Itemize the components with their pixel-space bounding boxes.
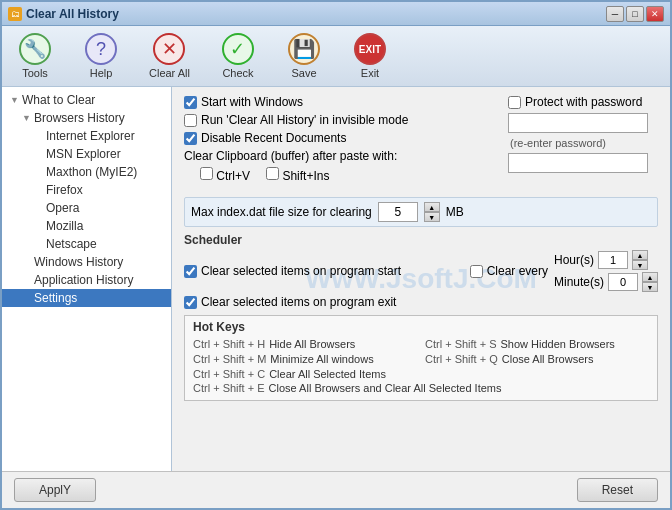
- sidebar-item-mozilla[interactable]: Mozilla: [2, 217, 171, 235]
- run-invisible-checkbox[interactable]: [184, 114, 197, 127]
- hotkey-combo-2: Ctrl + Shift + S: [425, 338, 497, 350]
- clear-every-label[interactable]: Clear every: [470, 264, 548, 278]
- minimize-button[interactable]: ─: [606, 6, 624, 22]
- protect-password-checkbox[interactable]: [508, 96, 521, 109]
- expand-icon-2: ▼: [22, 113, 32, 123]
- minutes-spinner: ▲ ▼: [642, 272, 658, 292]
- sidebar-item-internet-explorer[interactable]: Internet Explorer: [2, 127, 171, 145]
- bottom-bar: ApplY Reset: [2, 471, 670, 508]
- disable-recent-text: Disable Recent Documents: [201, 131, 346, 145]
- ctrl-v-checkbox[interactable]: [200, 167, 213, 180]
- clipboard-label-row: Clear Clipboard (buffer) after paste wit…: [184, 149, 492, 163]
- hotkeys-section: Hot Keys Ctrl + Shift + H Hide All Brows…: [184, 315, 658, 401]
- main-window: 🗂 Clear All History ─ □ ✕ 🔧 Tools ? Help…: [0, 0, 672, 510]
- minutes-input[interactable]: [608, 273, 638, 291]
- windows-history-label: Windows History: [34, 255, 123, 269]
- sidebar-item-msn-explorer[interactable]: MSN Explorer: [2, 145, 171, 163]
- check-icon: ✓: [222, 33, 254, 65]
- tools-icon: 🔧: [19, 33, 51, 65]
- hotkey-desc-2: Show Hidden Browsers: [501, 338, 615, 350]
- hours-spin-up[interactable]: ▲: [632, 250, 648, 260]
- minutes-label: Minute(s): [554, 275, 604, 289]
- top-left: Start with Windows Run 'Clear All Histor…: [184, 95, 492, 189]
- hours-spin-down[interactable]: ▼: [632, 260, 648, 270]
- sidebar-item-netscape[interactable]: Netscape: [2, 235, 171, 253]
- hour-minute-section: Hour(s) ▲ ▼ Minute(s): [554, 250, 658, 292]
- protect-password-row: Protect with password: [508, 95, 658, 109]
- run-invisible-row: Run 'Clear All History' in invisible mod…: [184, 113, 492, 127]
- sidebar-item-what-to-clear[interactable]: ▼ What to Clear: [2, 91, 171, 109]
- spin-up-btn[interactable]: ▲: [424, 202, 440, 212]
- disable-recent-label[interactable]: Disable Recent Documents: [184, 131, 346, 145]
- sidebar-item-application-history[interactable]: Application History: [2, 271, 171, 289]
- shift-ins-label[interactable]: Shift+Ins: [266, 167, 329, 183]
- reset-button[interactable]: Reset: [577, 478, 658, 502]
- sidebar-item-browsers-history[interactable]: ▼ Browsers History: [2, 109, 171, 127]
- window-icon: 🗂: [8, 7, 22, 21]
- tools-button[interactable]: 🔧 Tools: [10, 30, 60, 82]
- maximize-button[interactable]: □: [626, 6, 644, 22]
- help-button[interactable]: ? Help: [76, 30, 126, 82]
- max-index-input[interactable]: [378, 202, 418, 222]
- clipboard-options-row: Ctrl+V Shift+Ins: [184, 167, 492, 183]
- run-invisible-label[interactable]: Run 'Clear All History' in invisible mod…: [184, 113, 408, 127]
- start-windows-row: Start with Windows: [184, 95, 492, 109]
- hotkey-combo-6: Ctrl + Shift + E: [193, 382, 265, 394]
- tools-label: Tools: [22, 67, 48, 79]
- shift-ins-checkbox[interactable]: [266, 167, 279, 180]
- sidebar-item-opera[interactable]: Opera: [2, 199, 171, 217]
- max-index-label: Max index.dat file size for clearing: [191, 205, 372, 219]
- right-panel: WwW.JsoftJ.CoM Start with Windows: [172, 87, 670, 471]
- exit-button[interactable]: EXIT Exit: [345, 30, 395, 82]
- max-index-section: Max index.dat file size for clearing ▲ ▼…: [184, 197, 658, 227]
- save-button[interactable]: 💾 Save: [279, 30, 329, 82]
- settings-label: Settings: [34, 291, 77, 305]
- sidebar: ▼ What to Clear ▼ Browsers History Inter…: [2, 87, 172, 471]
- hotkey-combo-4: Ctrl + Shift + Q: [425, 353, 498, 365]
- hours-input[interactable]: [598, 251, 628, 269]
- start-windows-checkbox[interactable]: [184, 96, 197, 109]
- reenter-password-input[interactable]: [508, 153, 648, 173]
- hotkey-desc-5: Clear All Selected Items: [269, 368, 386, 380]
- max-index-spinner: ▲ ▼: [424, 202, 440, 222]
- clear-on-start-checkbox[interactable]: [184, 265, 197, 278]
- hotkey-row-4: Ctrl + Shift + Q Close All Browsers: [425, 353, 649, 365]
- start-windows-label[interactable]: Start with Windows: [184, 95, 303, 109]
- clear-on-exit-checkbox[interactable]: [184, 296, 197, 309]
- sidebar-item-settings[interactable]: Settings: [2, 289, 171, 307]
- mozilla-label: Mozilla: [46, 219, 83, 233]
- check-button[interactable]: ✓ Check: [213, 30, 263, 82]
- minutes-spin-down[interactable]: ▼: [642, 282, 658, 292]
- clipboard-section: Clear Clipboard (buffer) after paste wit…: [184, 149, 492, 183]
- run-invisible-text: Run 'Clear All History' in invisible mod…: [201, 113, 408, 127]
- disable-recent-checkbox[interactable]: [184, 132, 197, 145]
- clear-on-start-label[interactable]: Clear selected items on program start: [184, 264, 401, 278]
- title-bar: 🗂 Clear All History ─ □ ✕: [2, 2, 670, 26]
- hotkey-row-6: Ctrl + Shift + E Close All Browsers and …: [193, 382, 649, 394]
- apply-button[interactable]: ApplY: [14, 478, 96, 502]
- sidebar-item-maxthon[interactable]: Maxthon (MyIE2): [2, 163, 171, 181]
- password-input[interactable]: [508, 113, 648, 133]
- window-title: Clear All History: [26, 7, 119, 21]
- scheduler-section: Scheduler Clear selected items on progra…: [184, 233, 658, 309]
- close-button[interactable]: ✕: [646, 6, 664, 22]
- spin-down-btn[interactable]: ▼: [424, 212, 440, 222]
- clear-every-checkbox[interactable]: [470, 265, 483, 278]
- exit-icon: EXIT: [354, 33, 386, 65]
- help-icon: ?: [85, 33, 117, 65]
- minutes-spin-up[interactable]: ▲: [642, 272, 658, 282]
- expand-icon: ▼: [10, 95, 20, 105]
- sidebar-item-windows-history[interactable]: Windows History: [2, 253, 171, 271]
- clear-on-exit-label[interactable]: Clear selected items on program exit: [184, 295, 396, 309]
- title-bar-left: 🗂 Clear All History: [8, 7, 119, 21]
- clear-all-button[interactable]: ✕ Clear All: [142, 30, 197, 82]
- scheduler-title: Scheduler: [184, 233, 658, 247]
- hotkeys-full: Ctrl + Shift + C Clear All Selected Item…: [193, 368, 649, 394]
- top-right: Protect with password (re-enter password…: [508, 95, 658, 189]
- sidebar-item-firefox[interactable]: Firefox: [2, 181, 171, 199]
- ctrl-v-label[interactable]: Ctrl+V: [200, 167, 250, 183]
- save-label: Save: [291, 67, 316, 79]
- application-history-label: Application History: [34, 273, 133, 287]
- hotkey-row-5: Ctrl + Shift + C Clear All Selected Item…: [193, 368, 649, 380]
- title-controls: ─ □ ✕: [606, 6, 664, 22]
